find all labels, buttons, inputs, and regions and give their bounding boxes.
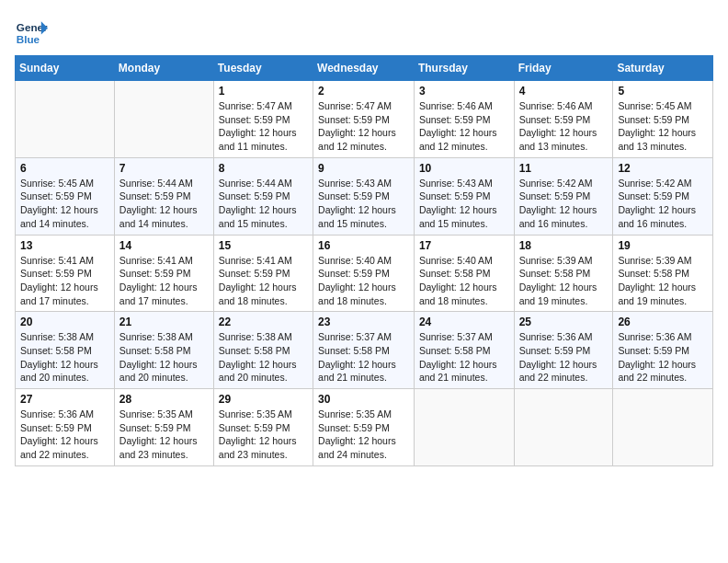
day-number: 26 <box>618 316 708 328</box>
weekday-header-row: SundayMondayTuesdayWednesdayThursdayFrid… <box>16 56 713 81</box>
calendar-cell: 9Sunrise: 5:43 AMSunset: 5:59 PMDaylight… <box>313 157 415 235</box>
day-number: 24 <box>419 316 509 328</box>
day-number: 30 <box>318 393 409 406</box>
day-number: 12 <box>618 162 708 175</box>
calendar-cell: 14Sunrise: 5:41 AMSunset: 5:59 PMDayligh… <box>114 235 213 312</box>
day-number: 21 <box>119 316 209 328</box>
calendar-cell: 19Sunrise: 5:39 AMSunset: 5:58 PMDayligh… <box>613 235 713 312</box>
calendar-week-row: 27Sunrise: 5:36 AMSunset: 5:59 PMDayligh… <box>16 389 713 466</box>
svg-text:Blue: Blue <box>17 33 40 45</box>
day-info: Sunrise: 5:40 AMSunset: 5:58 PMDaylight:… <box>419 254 509 308</box>
day-number: 11 <box>519 162 609 175</box>
day-info: Sunrise: 5:47 AMSunset: 5:59 PMDaylight:… <box>219 99 308 154</box>
calendar-cell: 7Sunrise: 5:44 AMSunset: 5:59 PMDaylight… <box>114 157 213 235</box>
calendar-cell: 24Sunrise: 5:37 AMSunset: 5:58 PMDayligh… <box>414 312 514 389</box>
calendar-cell: 29Sunrise: 5:35 AMSunset: 5:59 PMDayligh… <box>213 389 313 466</box>
day-info: Sunrise: 5:47 AMSunset: 5:59 PMDaylight:… <box>318 99 409 154</box>
day-number: 20 <box>20 316 109 328</box>
day-info: Sunrise: 5:41 AMSunset: 5:59 PMDaylight:… <box>20 254 109 308</box>
day-number: 29 <box>219 393 308 406</box>
day-info: Sunrise: 5:46 AMSunset: 5:59 PMDaylight:… <box>419 99 509 154</box>
day-number: 8 <box>219 162 308 175</box>
day-info: Sunrise: 5:38 AMSunset: 5:58 PMDaylight:… <box>119 330 209 385</box>
day-info: Sunrise: 5:44 AMSunset: 5:59 PMDaylight:… <box>119 177 209 231</box>
day-info: Sunrise: 5:35 AMSunset: 5:59 PMDaylight:… <box>119 408 209 462</box>
day-number: 2 <box>318 85 409 98</box>
day-number: 7 <box>119 162 209 175</box>
calendar-cell: 2Sunrise: 5:47 AMSunset: 5:59 PMDaylight… <box>313 81 415 158</box>
calendar-cell: 8Sunrise: 5:44 AMSunset: 5:59 PMDaylight… <box>213 157 313 235</box>
calendar-cell: 21Sunrise: 5:38 AMSunset: 5:58 PMDayligh… <box>114 312 213 389</box>
day-number: 16 <box>318 239 409 252</box>
day-number: 1 <box>219 85 308 98</box>
calendar-cell: 20Sunrise: 5:38 AMSunset: 5:58 PMDayligh… <box>16 312 115 389</box>
weekday-header-tuesday: Tuesday <box>213 56 313 81</box>
day-info: Sunrise: 5:35 AMSunset: 5:59 PMDaylight:… <box>219 408 308 462</box>
logo: General Blue <box>15 15 48 48</box>
weekday-header-monday: Monday <box>114 56 213 81</box>
calendar-cell <box>613 389 713 466</box>
day-number: 27 <box>20 393 109 406</box>
weekday-header-wednesday: Wednesday <box>313 56 415 81</box>
day-info: Sunrise: 5:36 AMSunset: 5:59 PMDaylight:… <box>20 408 109 462</box>
day-info: Sunrise: 5:36 AMSunset: 5:59 PMDaylight:… <box>519 330 609 385</box>
day-info: Sunrise: 5:45 AMSunset: 5:59 PMDaylight:… <box>618 99 708 154</box>
logo-icon: General Blue <box>15 15 48 48</box>
day-number: 5 <box>618 85 708 98</box>
day-info: Sunrise: 5:42 AMSunset: 5:59 PMDaylight:… <box>519 177 609 231</box>
calendar-cell <box>114 81 213 158</box>
calendar-cell: 23Sunrise: 5:37 AMSunset: 5:58 PMDayligh… <box>313 312 415 389</box>
day-number: 6 <box>20 162 109 175</box>
day-number: 14 <box>119 239 209 252</box>
calendar-cell: 3Sunrise: 5:46 AMSunset: 5:59 PMDaylight… <box>414 81 514 158</box>
calendar-cell: 26Sunrise: 5:36 AMSunset: 5:59 PMDayligh… <box>613 312 713 389</box>
day-info: Sunrise: 5:38 AMSunset: 5:58 PMDaylight:… <box>219 330 308 385</box>
calendar-cell: 17Sunrise: 5:40 AMSunset: 5:58 PMDayligh… <box>414 235 514 312</box>
day-info: Sunrise: 5:42 AMSunset: 5:59 PMDaylight:… <box>618 177 708 231</box>
calendar-cell: 5Sunrise: 5:45 AMSunset: 5:59 PMDaylight… <box>613 81 713 158</box>
calendar-cell: 13Sunrise: 5:41 AMSunset: 5:59 PMDayligh… <box>16 235 115 312</box>
day-info: Sunrise: 5:36 AMSunset: 5:59 PMDaylight:… <box>618 330 708 385</box>
calendar-cell: 18Sunrise: 5:39 AMSunset: 5:58 PMDayligh… <box>514 235 613 312</box>
calendar-week-row: 1Sunrise: 5:47 AMSunset: 5:59 PMDaylight… <box>16 81 713 158</box>
day-info: Sunrise: 5:37 AMSunset: 5:58 PMDaylight:… <box>318 330 409 385</box>
calendar-cell: 16Sunrise: 5:40 AMSunset: 5:59 PMDayligh… <box>313 235 415 312</box>
day-info: Sunrise: 5:41 AMSunset: 5:59 PMDaylight:… <box>119 254 209 308</box>
day-number: 19 <box>618 239 708 252</box>
calendar-cell <box>414 389 514 466</box>
day-info: Sunrise: 5:46 AMSunset: 5:59 PMDaylight:… <box>519 99 609 154</box>
day-info: Sunrise: 5:45 AMSunset: 5:59 PMDaylight:… <box>20 177 109 231</box>
calendar-week-row: 6Sunrise: 5:45 AMSunset: 5:59 PMDaylight… <box>16 157 713 235</box>
calendar-cell: 22Sunrise: 5:38 AMSunset: 5:58 PMDayligh… <box>213 312 313 389</box>
day-number: 23 <box>318 316 409 328</box>
calendar-cell: 4Sunrise: 5:46 AMSunset: 5:59 PMDaylight… <box>514 81 613 158</box>
calendar-cell: 27Sunrise: 5:36 AMSunset: 5:59 PMDayligh… <box>16 389 115 466</box>
weekday-header-thursday: Thursday <box>414 56 514 81</box>
calendar-cell: 6Sunrise: 5:45 AMSunset: 5:59 PMDaylight… <box>16 157 115 235</box>
weekday-header-friday: Friday <box>514 56 613 81</box>
day-info: Sunrise: 5:39 AMSunset: 5:58 PMDaylight:… <box>519 254 609 308</box>
day-info: Sunrise: 5:44 AMSunset: 5:59 PMDaylight:… <box>219 177 308 231</box>
weekday-header-saturday: Saturday <box>613 56 713 81</box>
calendar-cell: 28Sunrise: 5:35 AMSunset: 5:59 PMDayligh… <box>114 389 213 466</box>
calendar-cell: 25Sunrise: 5:36 AMSunset: 5:59 PMDayligh… <box>514 312 613 389</box>
day-number: 4 <box>519 85 609 98</box>
day-number: 22 <box>219 316 308 328</box>
calendar-table: SundayMondayTuesdayWednesdayThursdayFrid… <box>15 55 713 466</box>
page-header: General Blue <box>15 15 713 48</box>
calendar-cell <box>16 81 115 158</box>
calendar-cell: 12Sunrise: 5:42 AMSunset: 5:59 PMDayligh… <box>613 157 713 235</box>
day-number: 3 <box>419 85 509 98</box>
day-info: Sunrise: 5:40 AMSunset: 5:59 PMDaylight:… <box>318 254 409 308</box>
calendar-cell: 1Sunrise: 5:47 AMSunset: 5:59 PMDaylight… <box>213 81 313 158</box>
day-number: 25 <box>519 316 609 328</box>
day-info: Sunrise: 5:43 AMSunset: 5:59 PMDaylight:… <box>419 177 509 231</box>
calendar-cell: 11Sunrise: 5:42 AMSunset: 5:59 PMDayligh… <box>514 157 613 235</box>
day-number: 17 <box>419 239 509 252</box>
day-info: Sunrise: 5:35 AMSunset: 5:59 PMDaylight:… <box>318 408 409 462</box>
calendar-cell: 15Sunrise: 5:41 AMSunset: 5:59 PMDayligh… <box>213 235 313 312</box>
day-number: 15 <box>219 239 308 252</box>
day-info: Sunrise: 5:38 AMSunset: 5:58 PMDaylight:… <box>20 330 109 385</box>
day-info: Sunrise: 5:43 AMSunset: 5:59 PMDaylight:… <box>318 177 409 231</box>
day-info: Sunrise: 5:41 AMSunset: 5:59 PMDaylight:… <box>219 254 308 308</box>
